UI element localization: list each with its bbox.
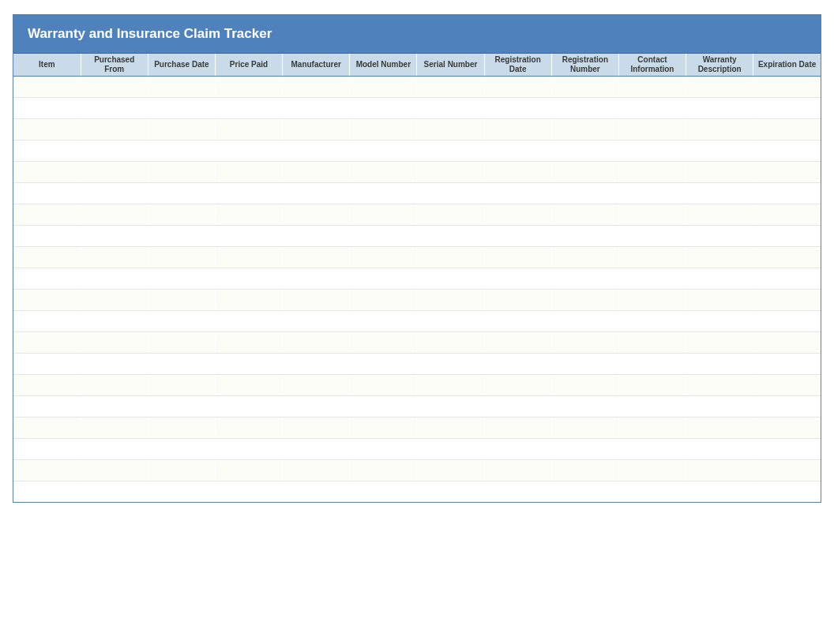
table-cell[interactable] [686, 76, 753, 97]
table-cell[interactable] [484, 481, 551, 502]
table-cell[interactable] [753, 310, 821, 331]
table-cell[interactable] [13, 225, 81, 246]
table-cell[interactable] [283, 204, 350, 225]
table-cell[interactable] [551, 204, 618, 225]
table-cell[interactable] [484, 438, 551, 459]
table-cell[interactable] [686, 395, 753, 417]
table-cell[interactable] [215, 353, 282, 374]
table-cell[interactable] [618, 246, 686, 268]
table-cell[interactable] [148, 289, 215, 310]
table-cell[interactable] [618, 481, 686, 502]
table-cell[interactable] [686, 204, 753, 225]
table-cell[interactable] [13, 374, 81, 395]
table-cell[interactable] [283, 289, 350, 310]
table-cell[interactable] [484, 140, 551, 161]
table-cell[interactable] [283, 438, 350, 459]
table-cell[interactable] [618, 395, 686, 417]
table-row[interactable] [13, 374, 821, 395]
table-cell[interactable] [148, 438, 215, 459]
table-cell[interactable] [148, 140, 215, 161]
table-cell[interactable] [350, 140, 417, 161]
table-row[interactable] [13, 76, 821, 97]
table-cell[interactable] [13, 268, 81, 289]
table-cell[interactable] [215, 118, 282, 140]
table-cell[interactable] [283, 459, 350, 481]
table-cell[interactable] [81, 76, 148, 97]
table-cell[interactable] [283, 395, 350, 417]
table-cell[interactable] [484, 118, 551, 140]
table-cell[interactable] [551, 289, 618, 310]
table-cell[interactable] [484, 310, 551, 331]
table-cell[interactable] [551, 353, 618, 374]
table-cell[interactable] [551, 268, 618, 289]
table-cell[interactable] [551, 246, 618, 268]
table-cell[interactable] [753, 76, 821, 97]
table-cell[interactable] [618, 161, 686, 182]
table-cell[interactable] [13, 97, 81, 118]
table-cell[interactable] [417, 438, 484, 459]
table-cell[interactable] [215, 395, 282, 417]
table-cell[interactable] [753, 161, 821, 182]
table-cell[interactable] [81, 353, 148, 374]
table-cell[interactable] [417, 459, 484, 481]
table-cell[interactable] [753, 438, 821, 459]
table-cell[interactable] [686, 161, 753, 182]
table-cell[interactable] [148, 395, 215, 417]
table-cell[interactable] [753, 204, 821, 225]
table-cell[interactable] [484, 97, 551, 118]
table-cell[interactable] [686, 118, 753, 140]
table-cell[interactable] [618, 140, 686, 161]
table-cell[interactable] [148, 310, 215, 331]
table-cell[interactable] [81, 204, 148, 225]
table-cell[interactable] [81, 97, 148, 118]
table-cell[interactable] [686, 331, 753, 353]
table-cell[interactable] [148, 118, 215, 140]
table-cell[interactable] [753, 374, 821, 395]
table-cell[interactable] [484, 289, 551, 310]
table-cell[interactable] [81, 118, 148, 140]
table-cell[interactable] [81, 310, 148, 331]
table-cell[interactable] [283, 246, 350, 268]
table-cell[interactable] [283, 374, 350, 395]
table-cell[interactable] [350, 289, 417, 310]
table-row[interactable] [13, 268, 821, 289]
table-row[interactable] [13, 310, 821, 331]
table-cell[interactable] [753, 459, 821, 481]
table-cell[interactable] [215, 331, 282, 353]
table-cell[interactable] [283, 118, 350, 140]
table-cell[interactable] [215, 438, 282, 459]
table-row[interactable] [13, 204, 821, 225]
table-cell[interactable] [417, 481, 484, 502]
table-cell[interactable] [81, 182, 148, 204]
table-cell[interactable] [350, 118, 417, 140]
table-cell[interactable] [753, 182, 821, 204]
table-cell[interactable] [551, 331, 618, 353]
table-cell[interactable] [753, 353, 821, 374]
table-cell[interactable] [618, 374, 686, 395]
table-cell[interactable] [753, 225, 821, 246]
table-cell[interactable] [551, 161, 618, 182]
table-cell[interactable] [551, 140, 618, 161]
table-cell[interactable] [13, 353, 81, 374]
table-cell[interactable] [13, 289, 81, 310]
table-cell[interactable] [618, 417, 686, 438]
table-cell[interactable] [13, 481, 81, 502]
table-cell[interactable] [148, 353, 215, 374]
table-cell[interactable] [686, 268, 753, 289]
table-cell[interactable] [215, 289, 282, 310]
table-cell[interactable] [283, 161, 350, 182]
table-cell[interactable] [283, 268, 350, 289]
table-cell[interactable] [686, 289, 753, 310]
table-cell[interactable] [484, 225, 551, 246]
table-cell[interactable] [417, 395, 484, 417]
table-cell[interactable] [350, 374, 417, 395]
table-cell[interactable] [618, 459, 686, 481]
table-cell[interactable] [417, 417, 484, 438]
table-cell[interactable] [551, 225, 618, 246]
table-cell[interactable] [13, 161, 81, 182]
table-row[interactable] [13, 246, 821, 268]
table-cell[interactable] [215, 182, 282, 204]
table-cell[interactable] [551, 481, 618, 502]
table-cell[interactable] [13, 395, 81, 417]
table-cell[interactable] [283, 310, 350, 331]
